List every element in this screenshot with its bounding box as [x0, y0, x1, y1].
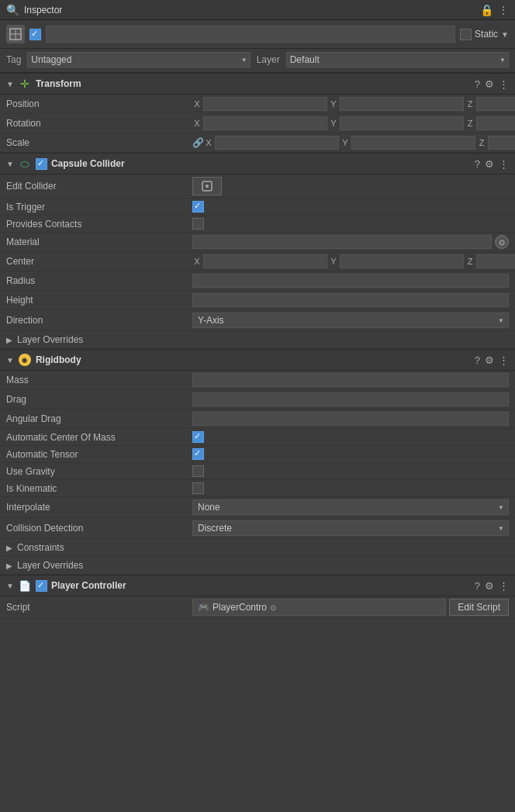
rigidbody-title: Rigidbody — [36, 354, 470, 365]
capsule-layer-overrides-label: Layer Overrides — [17, 334, 83, 345]
scale-z-input[interactable]: 1 — [488, 136, 515, 150]
direction-row: Direction Y-Axis X-Axis Z-Axis — [0, 310, 515, 331]
collision-detection-dropdown[interactable]: Discrete Continuous Continuous Dynamic C… — [192, 520, 509, 536]
interpolate-dropdown[interactable]: None Interpolate Extrapolate — [192, 499, 509, 515]
direction-dropdown-wrapper: Y-Axis X-Axis Z-Axis — [192, 313, 509, 328]
use-gravity-checkbox[interactable] — [192, 465, 204, 477]
radius-label: Radius — [6, 275, 192, 286]
angular-drag-row: Angular Drag 0.05 — [0, 409, 515, 429]
position-row: Position X 0 Y 0 Z 0 — [0, 95, 515, 114]
rigidbody-section-header[interactable]: ▼ ◉ Rigidbody ? ⚙ ⋮ — [0, 349, 515, 371]
is-kinematic-row: Is Kinematic — [0, 480, 515, 497]
capsule-collapse-arrow[interactable]: ▼ — [6, 160, 14, 168]
tag-select[interactable]: Untagged — [27, 52, 250, 67]
scale-x-input[interactable]: 1 — [215, 136, 339, 150]
rigidbody-help-icon[interactable]: ? — [475, 354, 480, 366]
auto-tensor-checkbox[interactable] — [192, 448, 204, 460]
scale-x-label: X — [204, 138, 213, 147]
scale-link-icon[interactable]: 🔗 — [192, 137, 204, 148]
position-x-label: X — [192, 99, 202, 109]
player-controller-collapse-arrow[interactable]: ▼ — [6, 582, 14, 590]
menu-icon[interactable]: ⋮ — [498, 4, 509, 16]
scale-y-input[interactable]: 1 — [351, 136, 475, 150]
capsule-layer-overrides-row[interactable]: ▶ Layer Overrides — [0, 331, 515, 349]
rigidbody-layer-overrides-row[interactable]: ▶ Layer Overrides — [0, 557, 515, 575]
drag-input[interactable]: 0 — [192, 392, 509, 406]
auto-center-checkbox[interactable] — [192, 431, 204, 443]
transform-menu-icon[interactable]: ⋮ — [499, 78, 509, 90]
script-name-value: PlayerContro — [213, 602, 267, 613]
position-z-input[interactable]: 0 — [476, 97, 515, 111]
rigidbody-layer-overrides-arrow[interactable]: ▶ — [6, 561, 12, 570]
position-x-input[interactable]: 0 — [203, 97, 327, 111]
rigidbody-collapse-arrow[interactable]: ▼ — [6, 356, 14, 365]
center-x-label: X — [192, 257, 202, 266]
position-y-input[interactable]: 0 — [340, 97, 464, 111]
capsule-layer-overrides-arrow[interactable]: ▶ — [6, 336, 12, 344]
is-kinematic-checkbox[interactable] — [192, 482, 204, 494]
script-pick-icon[interactable]: ⊙ — [270, 603, 276, 612]
static-dropdown-arrow[interactable]: ▼ — [501, 30, 509, 39]
auto-center-label: Automatic Center Of Mass — [6, 432, 192, 443]
object-name-input[interactable]: Player — [46, 26, 455, 43]
rigidbody-layer-overrides-label: Layer Overrides — [17, 560, 83, 571]
material-pick-button[interactable]: ⊙ — [495, 235, 509, 249]
player-controller-section-header[interactable]: ▼ 📄 Player Controller ? ⚙ ⋮ — [0, 575, 515, 596]
capsule-presets-icon[interactable]: ⚙ — [485, 158, 494, 170]
direction-dropdown[interactable]: Y-Axis X-Axis Z-Axis — [192, 313, 509, 328]
center-y-input[interactable]: 0.8 — [340, 254, 464, 268]
rotation-z-input[interactable]: 0 — [476, 116, 515, 130]
rigidbody-menu-icon[interactable]: ⋮ — [499, 354, 509, 366]
tag-layer-row: Tag Untagged Layer Default — [0, 49, 515, 73]
layer-select[interactable]: Default — [286, 52, 509, 67]
player-controller-presets-icon[interactable]: ⚙ — [485, 580, 494, 592]
lock-icon[interactable]: 🔒 — [480, 4, 493, 16]
radius-input[interactable]: 0.2 — [192, 274, 509, 288]
player-controller-help-icon[interactable]: ? — [475, 580, 480, 592]
provides-contacts-checkbox[interactable] — [192, 218, 204, 230]
rotation-y-input[interactable]: 0 — [340, 116, 464, 130]
object-enabled-checkbox[interactable] — [29, 29, 41, 40]
position-label: Position — [6, 98, 192, 109]
rigidbody-properties: Mass 1 Drag 0 Angular Drag 0.05 Automati… — [0, 371, 515, 575]
edit-script-button[interactable]: Edit Script — [449, 599, 509, 616]
auto-tensor-label: Automatic Tensor — [6, 449, 192, 460]
angular-drag-input[interactable]: 0.05 — [192, 412, 509, 426]
transform-presets-icon[interactable]: ⚙ — [485, 78, 494, 90]
transform-properties: Position X 0 Y 0 Z 0 Rotation X 0 Y 0 Z … — [0, 95, 515, 153]
height-label: Height — [6, 295, 192, 306]
transform-icon: ✛ — [19, 78, 31, 90]
center-label: Center — [6, 256, 192, 267]
svg-point-4 — [206, 185, 209, 188]
player-controller-menu-icon[interactable]: ⋮ — [499, 580, 509, 592]
rotation-x-input[interactable]: 0 — [203, 116, 327, 130]
is-trigger-row: Is Trigger — [0, 199, 515, 216]
constraints-row[interactable]: ▶ Constraints — [0, 539, 515, 557]
transform-help-icon[interactable]: ? — [475, 78, 480, 90]
rigidbody-presets-icon[interactable]: ⚙ — [485, 354, 494, 366]
position-y-label: Y — [329, 99, 338, 109]
capsule-menu-icon[interactable]: ⋮ — [499, 158, 509, 170]
constraints-label: Constraints — [17, 542, 64, 553]
capsule-collider-section-header[interactable]: ▼ ⬭ Capsule Collider ? ⚙ ⋮ — [0, 153, 515, 174]
capsule-help-icon[interactable]: ? — [475, 158, 480, 170]
title-bar-title: Inspector — [24, 5, 475, 16]
static-checkbox[interactable] — [460, 29, 472, 40]
center-row: Center X 0 Y 0.8 Z 0 — [0, 252, 515, 271]
transform-section-header[interactable]: ▼ ✛ Transform ? ⚙ ⋮ — [0, 73, 515, 95]
rotation-x-label: X — [192, 119, 202, 128]
mass-input[interactable]: 1 — [192, 373, 509, 387]
material-input[interactable]: None (Physic Material) — [192, 235, 492, 249]
height-input[interactable]: 1.6 — [192, 293, 509, 307]
scale-label: Scale — [6, 137, 192, 148]
capsule-enabled-checkbox[interactable] — [36, 158, 47, 169]
center-x-input[interactable]: 0 — [203, 254, 327, 268]
player-controller-enabled-checkbox[interactable] — [36, 580, 47, 591]
center-z-input[interactable]: 0 — [476, 254, 515, 268]
transform-collapse-arrow[interactable]: ▼ — [6, 80, 14, 88]
is-trigger-checkbox[interactable] — [192, 201, 204, 213]
edit-collider-button[interactable] — [192, 177, 222, 195]
constraints-arrow[interactable]: ▶ — [6, 544, 12, 552]
position-z-label: Z — [465, 99, 475, 109]
provides-contacts-label: Provides Contacts — [6, 219, 192, 230]
